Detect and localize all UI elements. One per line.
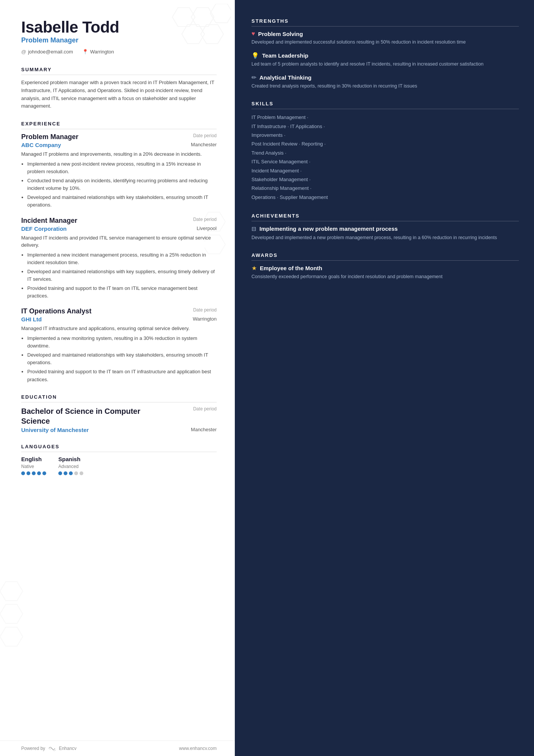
edu-location: Manchester bbox=[191, 427, 217, 433]
skills-list: IT Problem Management ·IT Infrastructure… bbox=[251, 113, 519, 202]
strength-1-desc: Developed and implemented successful sol… bbox=[251, 39, 519, 46]
job-1-date: Date period bbox=[193, 133, 217, 138]
edu-degree: Bachelor of Science in Computer Science bbox=[21, 406, 142, 426]
skill-line-1: IT Infrastructure · IT Applications · bbox=[251, 122, 519, 131]
job-1-location: Manchester bbox=[191, 142, 217, 148]
job-2-bullet-2: Developed and maintained relationships w… bbox=[27, 268, 217, 283]
footer-logo: Powered by Enhancv bbox=[21, 745, 77, 751]
star-icon: ★ bbox=[251, 265, 257, 272]
strength-1-name: Problem Solving bbox=[258, 31, 303, 37]
job-2-bullet-1: Implemented a new incident management pr… bbox=[27, 251, 217, 266]
achievements-section: ACHIEVEMENTS ⊟ Implementing a new proble… bbox=[251, 213, 519, 241]
powered-by-text: Powered by bbox=[21, 746, 45, 751]
strengths-heading: STRENGTHS bbox=[251, 18, 519, 27]
strength-3: ✏ Analytical Thinking Created trend anal… bbox=[251, 74, 519, 90]
skill-line-9: Operations · Supplier Management bbox=[251, 193, 519, 202]
skill-line-0: IT Problem Management · bbox=[251, 113, 519, 122]
brand-name: Enhancv bbox=[59, 746, 77, 751]
strengths-section: STRENGTHS ♥ Problem Solving Developed an… bbox=[251, 18, 519, 89]
experience-heading: EXPERIENCE bbox=[21, 121, 217, 129]
right-column: STRENGTHS ♥ Problem Solving Developed an… bbox=[235, 0, 534, 756]
job-3-title: IT Operations Analyst bbox=[21, 307, 91, 315]
job-2-header: Incident Manager Date period bbox=[21, 217, 217, 225]
strength-1: ♥ Problem Solving Developed and implemen… bbox=[251, 30, 519, 46]
job-3-location: Warrington bbox=[193, 316, 217, 322]
achievement-1: ⊟ Implementing a new problem management … bbox=[251, 225, 519, 241]
strength-3-desc: Created trend analysis reports, resultin… bbox=[251, 83, 519, 90]
award-1: ★ Employee of the Month Consistently exc… bbox=[251, 265, 519, 280]
lang-item-1: SpanishAdvanced bbox=[58, 456, 83, 475]
languages-section: LANGUAGES EnglishNativeSpanishAdvanced bbox=[21, 444, 217, 475]
strength-2-name: Team Leadership bbox=[262, 52, 308, 59]
job-1-company-line: ABC Company Manchester bbox=[21, 142, 217, 148]
heart-icon: ♥ bbox=[251, 30, 255, 37]
job-3-summary: Managed IT infrastructure and applicatio… bbox=[21, 325, 217, 332]
summary-text: Experienced problem manager with a prove… bbox=[21, 79, 217, 110]
job-1-bullets: Implemented a new post-incident review p… bbox=[21, 160, 217, 209]
lang-level-0: Native bbox=[21, 464, 46, 469]
education-header: Bachelor of Science in Computer Science … bbox=[21, 406, 217, 426]
strength-3-name: Analytical Thinking bbox=[259, 74, 312, 81]
awards-heading: AWARDS bbox=[251, 252, 519, 261]
name-block: Isabelle Todd Problem Manager bbox=[21, 18, 217, 44]
job-3-bullet-1: Implemented a new monitoring system, res… bbox=[27, 335, 217, 350]
job-1-bullet-3: Developed and maintained relationships w… bbox=[27, 194, 217, 209]
lang-dots-0 bbox=[21, 471, 46, 475]
lang-name-0: English bbox=[21, 456, 46, 462]
job-2: Incident Manager Date period DEF Corpora… bbox=[21, 217, 217, 300]
job-1-bullet-2: Conducted trend analysis on incidents, i… bbox=[27, 177, 217, 192]
lang-dot-0-0 bbox=[21, 471, 25, 475]
awards-section: AWARDS ★ Employee of the Month Consisten… bbox=[251, 252, 519, 280]
achievement-1-desc: Developed and implemented a new problem … bbox=[251, 234, 519, 241]
job-2-date: Date period bbox=[193, 217, 217, 222]
skill-line-2: Improvements · bbox=[251, 131, 519, 139]
job-2-company: DEF Corporation bbox=[21, 225, 67, 232]
lang-dot-1-1 bbox=[64, 471, 67, 475]
email-icon: @ bbox=[21, 49, 26, 55]
skill-line-3: Post Incident Review · Reporting · bbox=[251, 139, 519, 148]
lang-name-1: Spanish bbox=[58, 456, 83, 462]
svg-marker-6 bbox=[0, 604, 23, 623]
skill-line-8: Relationship Management · bbox=[251, 184, 519, 193]
award-1-name: Employee of the Month bbox=[260, 265, 322, 271]
achievement-1-name: Implementing a new problem management pr… bbox=[259, 225, 398, 233]
location-icon: 📍 bbox=[82, 49, 88, 55]
job-1-company: ABC Company bbox=[21, 142, 61, 148]
lang-item-0: EnglishNative bbox=[21, 456, 46, 475]
lang-dots-1 bbox=[58, 471, 83, 475]
strength-1-header: ♥ Problem Solving bbox=[251, 30, 519, 37]
job-2-location: Liverpool bbox=[197, 225, 217, 232]
person-title: Problem Manager bbox=[21, 36, 217, 44]
job-3: IT Operations Analyst Date period GHI Lt… bbox=[21, 307, 217, 383]
job-3-company-line: GHI Ltd Warrington bbox=[21, 316, 217, 322]
job-3-bullet-2: Developed and maintained relationships w… bbox=[27, 351, 217, 366]
job-1-header: Problem Manager Date period bbox=[21, 133, 217, 141]
strength-2-desc: Led team of 5 problem analysts to identi… bbox=[251, 61, 519, 68]
svg-marker-5 bbox=[0, 582, 23, 601]
email-item: @ johndoe@email.com bbox=[21, 49, 73, 55]
lang-dot-1-3 bbox=[74, 471, 78, 475]
languages-heading: LANGUAGES bbox=[21, 444, 217, 452]
pencil-icon: ✏ bbox=[251, 74, 256, 81]
lang-dot-0-2 bbox=[32, 471, 36, 475]
skill-line-4: Trend Analysis · bbox=[251, 149, 519, 157]
lightbulb-icon: 💡 bbox=[251, 52, 259, 59]
edu-school-line: University of Manchester Manchester bbox=[21, 427, 217, 433]
edu-school: University of Manchester bbox=[21, 427, 89, 433]
strength-3-header: ✏ Analytical Thinking bbox=[251, 74, 519, 81]
summary-section: SUMMARY Experienced problem manager with… bbox=[21, 67, 217, 110]
footer-bar: Powered by Enhancv www.enhancv.com bbox=[0, 740, 235, 756]
achievements-heading: ACHIEVEMENTS bbox=[251, 213, 519, 221]
location-value: Warrington bbox=[90, 49, 114, 55]
job-3-company: GHI Ltd bbox=[21, 316, 42, 322]
job-3-header: IT Operations Analyst Date period bbox=[21, 307, 217, 315]
skill-line-6: Incident Management · bbox=[251, 166, 519, 175]
job-2-title: Incident Manager bbox=[21, 217, 77, 225]
location-item: 📍 Warrington bbox=[82, 49, 114, 55]
lang-dot-0-3 bbox=[37, 471, 41, 475]
skills-section: SKILLS IT Problem Management ·IT Infrast… bbox=[251, 101, 519, 202]
job-2-summary: Managed IT incidents and provided ITIL s… bbox=[21, 234, 217, 249]
job-1-summary: Managed IT problems and improvements, re… bbox=[21, 150, 217, 158]
job-1: Problem Manager Date period ABC Company … bbox=[21, 133, 217, 209]
achievement-1-header: ⊟ Implementing a new problem management … bbox=[251, 225, 519, 233]
